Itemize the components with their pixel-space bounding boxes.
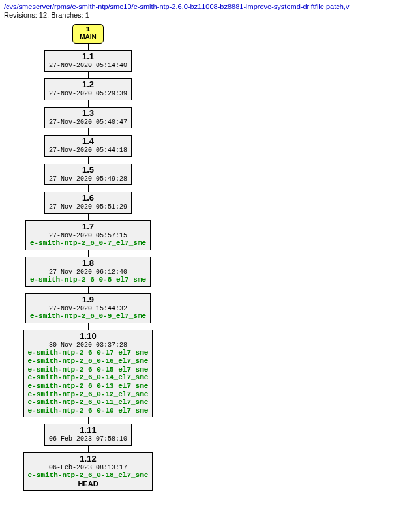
connector-line (88, 446, 89, 452)
revision-version: 1.2 (49, 80, 127, 90)
revision-version: 1.4 (49, 137, 127, 147)
file-path: /cvs/smeserver/rpms/e-smith-ntp/sme10/e-… (4, 3, 416, 10)
revision-tag: e-smith-ntp-2_6_0-16_el7_sme (28, 357, 149, 366)
revision-date: 06-Feb-2023 08:13:17 (28, 464, 149, 472)
revision-date: 27-Nov-2020 05:51:29 (49, 203, 127, 211)
connector-line (88, 72, 89, 78)
revision-tag: e-smith-ntp-2_6_0-7_el7_sme (30, 239, 146, 248)
revision-node[interactable]: 1.327-Nov-2020 05:40:47 (44, 107, 132, 128)
connector-line (88, 128, 89, 135)
revision-node[interactable]: 1.127-Nov-2020 05:14:40 (44, 50, 132, 72)
revision-node[interactable]: 1.727-Nov-2020 05:57:15e-smith-ntp-2_6_0… (25, 220, 151, 250)
revision-date: 27-Nov-2020 05:44:18 (49, 147, 127, 154)
revision-date: 27-Nov-2020 05:57:15 (30, 232, 146, 240)
revision-node[interactable]: 1.627-Nov-2020 05:51:29 (44, 192, 132, 213)
revision-node[interactable]: 1.1106-Feb-2023 07:58:10 (44, 424, 132, 445)
connector-line (88, 417, 89, 424)
connector-line (88, 44, 89, 50)
revision-tag: e-smith-ntp-2_6_0-10_el7_sme (28, 407, 149, 415)
revision-version: 1.8 (30, 259, 146, 269)
revision-version: 1.10 (28, 332, 149, 342)
revision-tag: e-smith-ntp-2_6_0-13_el7_sme (28, 382, 149, 390)
revision-version: 1.9 (30, 295, 146, 305)
revisions-meta: Revisions: 12, Branches: 1 (4, 11, 416, 19)
revision-tag: e-smith-ntp-2_6_0-17_el7_sme (28, 349, 149, 357)
revision-date: 27-Nov-2020 05:49:28 (49, 175, 127, 183)
revision-graph: 1MAIN1.127-Nov-2020 05:14:401.227-Nov-20… (0, 24, 420, 491)
branch-head[interactable]: 1MAIN (72, 24, 104, 44)
revision-version: 1.12 (28, 454, 149, 464)
revision-node[interactable]: 1.927-Nov-2020 15:44:32e-smith-ntp-2_6_0… (25, 293, 151, 323)
revision-node[interactable]: 1.427-Nov-2020 05:44:18 (44, 135, 132, 156)
revision-node[interactable]: 1.1206-Feb-2023 08:13:17e-smith-ntp-2_6_… (23, 452, 153, 491)
revision-node[interactable]: 1.827-Nov-2020 06:12:40e-smith-ntp-2_6_0… (25, 257, 151, 287)
revision-node[interactable]: 1.1030-Nov-2020 03:37:28e-smith-ntp-2_6_… (23, 330, 153, 418)
connector-line (88, 214, 89, 220)
revision-version: 1.3 (49, 109, 127, 119)
connector-line (88, 323, 89, 330)
revision-version: 1.1 (49, 52, 127, 62)
revision-date: 27-Nov-2020 15:44:32 (30, 305, 146, 313)
connector-line (88, 250, 89, 257)
revision-tag: e-smith-ntp-2_6_0-11_el7_sme (28, 398, 149, 407)
branch-label: MAIN (80, 34, 97, 41)
revision-date: 30-Nov-2020 03:37:28 (28, 342, 149, 349)
revision-version: 1.5 (49, 166, 127, 175)
connector-line (88, 185, 89, 192)
revision-tag: e-smith-ntp-2_6_0-18_el7_sme (28, 471, 149, 480)
revision-tag: e-smith-ntp-2_6_0-14_el7_sme (28, 374, 149, 382)
revision-version: 1.11 (49, 426, 127, 435)
revision-version: 1.7 (30, 222, 146, 232)
revision-tag: e-smith-ntp-2_6_0-15_el7_sme (28, 366, 149, 374)
revision-tag: e-smith-ntp-2_6_0-9_el7_sme (30, 312, 146, 321)
connector-line (88, 157, 89, 164)
revision-date: 27-Nov-2020 06:12:40 (30, 269, 146, 276)
revision-node[interactable]: 1.527-Nov-2020 05:49:28 (44, 164, 132, 185)
revision-date: 27-Nov-2020 05:29:39 (49, 90, 127, 98)
revision-tag: e-smith-ntp-2_6_0-12_el7_sme (28, 390, 149, 399)
revision-node[interactable]: 1.227-Nov-2020 05:29:39 (44, 78, 132, 100)
revision-head-label: HEAD (28, 480, 149, 488)
revision-tag: e-smith-ntp-2_6_0-8_el7_sme (30, 276, 146, 284)
connector-line (88, 287, 89, 293)
revision-date: 27-Nov-2020 05:14:40 (49, 62, 127, 70)
header: /cvs/smeserver/rpms/e-smith-ntp/sme10/e-… (0, 0, 420, 20)
revision-date: 06-Feb-2023 07:58:10 (49, 435, 127, 443)
revision-version: 1.6 (49, 194, 127, 203)
revision-date: 27-Nov-2020 05:40:47 (49, 119, 127, 126)
branch-number: 1 (80, 26, 97, 34)
connector-line (88, 100, 89, 107)
